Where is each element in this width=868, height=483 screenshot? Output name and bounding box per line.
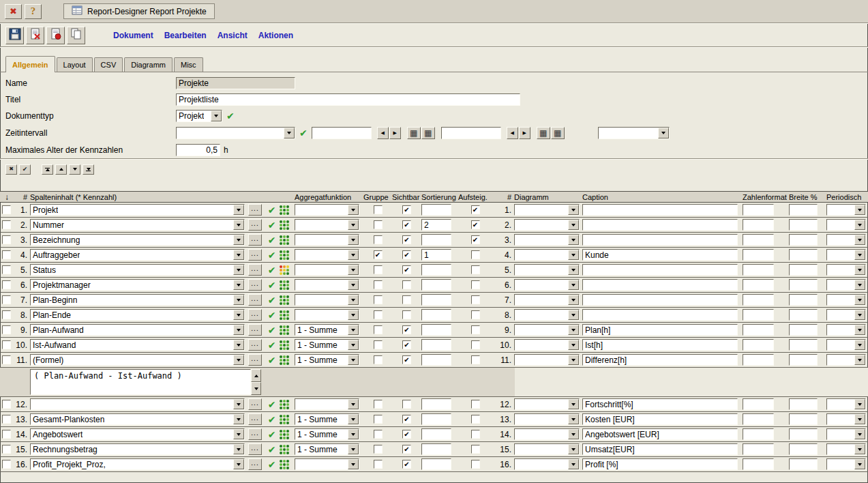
edit-kennzahl-button[interactable]: ... — [248, 204, 262, 216]
sortierung-input[interactable] — [421, 324, 451, 336]
sortierung-input[interactable] — [421, 264, 451, 276]
zahlenformat-input[interactable] — [743, 309, 774, 321]
periodisch-select[interactable] — [826, 294, 866, 306]
periodisch-select[interactable] — [826, 219, 866, 231]
kennzahl-grid-icon[interactable] — [280, 295, 289, 305]
aufsteigend-checkbox[interactable] — [471, 445, 480, 454]
dropdown-arrow-icon[interactable] — [348, 444, 359, 454]
dropdown-arrow-icon[interactable] — [568, 429, 579, 439]
dropdown-arrow-icon[interactable] — [233, 295, 244, 305]
sortierung-input[interactable] — [421, 428, 451, 440]
sichtbar-checkbox[interactable] — [402, 400, 411, 409]
periodisch-select[interactable] — [826, 324, 866, 336]
caption-input[interactable] — [582, 264, 738, 276]
periodisch-select[interactable] — [826, 398, 866, 410]
zahlenformat-input[interactable] — [743, 354, 774, 366]
dropdown-arrow-icon[interactable] — [568, 340, 579, 350]
diagramm-select[interactable] — [514, 443, 580, 455]
dropdown-arrow-icon[interactable] — [568, 235, 579, 245]
edit-kennzahl-button[interactable]: ... — [248, 219, 262, 231]
menu-aktionen[interactable]: Aktionen — [258, 31, 293, 40]
sichtbar-checkbox[interactable]: ✔ — [402, 265, 411, 274]
dropdown-arrow-icon[interactable] — [854, 280, 865, 290]
edit-kennzahl-button[interactable]: ... — [248, 279, 262, 291]
periodisch-select[interactable] — [826, 204, 866, 216]
aufsteigend-checkbox[interactable] — [471, 460, 480, 469]
aufsteigend-checkbox[interactable] — [471, 265, 480, 274]
breite-input[interactable] — [789, 443, 818, 455]
kennzahl-grid-icon[interactable] — [280, 280, 289, 290]
kennzahl-grid-icon[interactable] — [280, 430, 289, 439]
sichtbar-checkbox[interactable]: ✔ — [402, 250, 411, 259]
dropdown-arrow-icon[interactable] — [854, 310, 865, 320]
zeitintervall-select[interactable] — [176, 127, 295, 139]
tab-csv[interactable]: CSV — [94, 57, 123, 72]
tab-layout[interactable]: Layout — [57, 57, 93, 72]
sortierung-input[interactable] — [421, 398, 451, 410]
close-button[interactable]: ✖ — [5, 4, 22, 19]
gruppe-checkbox[interactable] — [374, 340, 383, 349]
row-select-checkbox[interactable] — [2, 310, 11, 319]
aggregatfunktion-select[interactable]: 1 - Summe — [295, 413, 359, 425]
calendar-button[interactable]: ▦ — [551, 127, 565, 139]
dropdown-arrow-icon[interactable] — [348, 220, 359, 230]
edit-kennzahl-button[interactable]: ... — [248, 324, 262, 336]
aggregatfunktion-select[interactable]: 1 - Summe — [295, 354, 359, 366]
aufsteigend-checkbox[interactable] — [471, 400, 480, 409]
breite-input[interactable] — [789, 204, 818, 216]
sortierung-input[interactable] — [421, 294, 451, 306]
diagramm-select[interactable] — [514, 428, 580, 440]
zahlenformat-input[interactable] — [743, 234, 774, 246]
row-select-checkbox[interactable] — [2, 445, 11, 454]
caption-input[interactable] — [582, 309, 738, 321]
dropdown-arrow-icon[interactable] — [568, 310, 579, 320]
kennzahl-grid-icon[interactable] — [280, 400, 289, 409]
sortierung-input[interactable] — [421, 234, 451, 246]
dropdown-arrow-icon[interactable] — [854, 444, 865, 454]
scroll-down-button[interactable] — [251, 382, 261, 395]
zahlenformat-input[interactable] — [743, 443, 774, 455]
dropdown-arrow-icon[interactable] — [854, 399, 865, 409]
aggregatfunktion-select[interactable]: 1 - Summe — [295, 339, 359, 351]
gruppe-checkbox[interactable] — [374, 460, 383, 469]
periodisch-select[interactable] — [826, 279, 866, 291]
dropdown-arrow-icon[interactable] — [233, 429, 244, 439]
dropdown-arrow-icon[interactable] — [348, 310, 359, 320]
periodisch-select[interactable] — [826, 264, 866, 276]
dokumenttyp-select[interactable]: Projekt — [176, 110, 222, 122]
spalteninhalt-select[interactable] — [30, 398, 245, 410]
edit-kennzahl-button[interactable]: ... — [248, 443, 262, 455]
diagramm-select[interactable] — [514, 204, 580, 216]
diagramm-select[interactable] — [514, 354, 580, 366]
dropdown-arrow-icon[interactable] — [854, 340, 865, 350]
delete-row-button[interactable]: ✖ — [5, 164, 17, 175]
sortierung-input[interactable] — [421, 443, 451, 455]
periodisch-select[interactable] — [826, 339, 866, 351]
spalteninhalt-select[interactable]: Ist-Aufwand — [30, 339, 245, 351]
aggregatfunktion-select[interactable] — [295, 234, 359, 246]
breite-input[interactable] — [789, 413, 818, 425]
dropdown-arrow-icon[interactable] — [348, 429, 359, 439]
zahlenformat-input[interactable] — [743, 279, 774, 291]
aggregatfunktion-select[interactable] — [295, 249, 359, 261]
sortierung-input[interactable] — [421, 354, 451, 366]
caption-input[interactable] — [582, 324, 738, 336]
caption-input[interactable] — [582, 204, 738, 216]
spalteninhalt-select[interactable]: Projekt — [30, 204, 245, 216]
move-bottom-button[interactable] — [83, 164, 94, 175]
dropdown-arrow-icon[interactable] — [568, 250, 579, 260]
formula-editor[interactable]: ( Plan-Aufwand - Ist-Aufwand ) — [30, 369, 251, 395]
edit-kennzahl-button[interactable]: ... — [248, 249, 262, 261]
edit-kennzahl-button[interactable]: ... — [248, 458, 262, 470]
move-down-button[interactable] — [69, 164, 80, 175]
caption-input[interactable] — [582, 339, 738, 351]
dropdown-arrow-icon[interactable] — [348, 459, 359, 469]
zahlenformat-input[interactable] — [743, 264, 774, 276]
sichtbar-checkbox[interactable]: ✔ — [402, 445, 411, 454]
kennzahl-grid-icon[interactable] — [280, 415, 289, 424]
sortierung-input[interactable] — [421, 204, 451, 216]
breite-input[interactable] — [789, 219, 818, 231]
diagramm-select[interactable] — [514, 234, 580, 246]
menu-bearbeiten[interactable]: Bearbeiten — [164, 31, 207, 40]
dropdown-arrow-icon[interactable] — [568, 265, 579, 275]
